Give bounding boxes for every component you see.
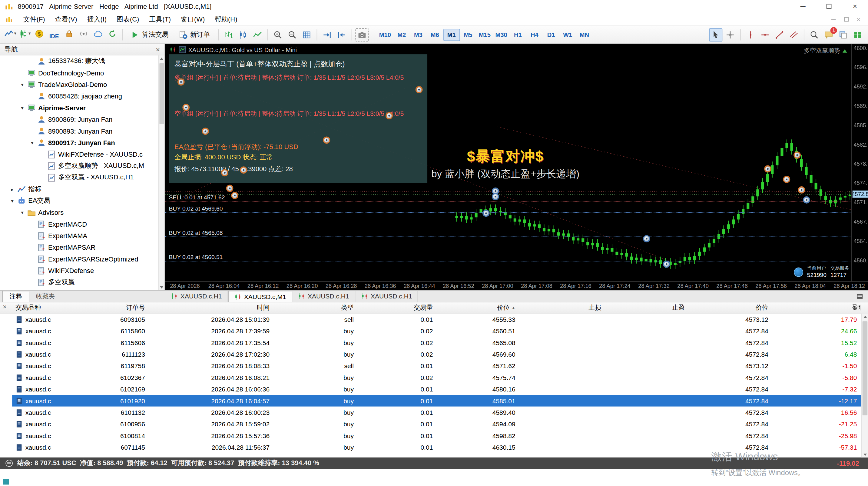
child-close-button[interactable]: ×: [857, 16, 861, 23]
column-header[interactable]: 类型: [273, 302, 357, 313]
menu-item[interactable]: 帮助(H): [210, 13, 242, 26]
scroll-down-icon[interactable]: [862, 452, 868, 457]
chevron-right-icon[interactable]: ▸: [11, 186, 17, 192]
position-row[interactable]: xauusd.c61023672026.04.28 16:08:21buy0.0…: [12, 371, 861, 383]
navigator-scrollbar[interactable]: [158, 56, 164, 290]
line-chart-icon[interactable]: [250, 28, 264, 41]
autoscroll-icon[interactable]: [320, 28, 334, 41]
column-header[interactable]: 交易品种: [12, 302, 83, 313]
column-header[interactable]: 盈利: [772, 302, 860, 313]
timeframe-W1[interactable]: W1: [559, 29, 576, 40]
chart-plot-area[interactable]: XAUUSD.c,M1: Gold vs US Dollar - Mini 多空…: [165, 43, 851, 281]
market-watch-icon[interactable]: [851, 28, 864, 41]
position-row[interactable]: xauusd.c61197582026.04.28 18:08:33sell0.…: [12, 360, 861, 371]
nav-item[interactable]: ▾Advisors: [0, 207, 158, 218]
restore-button[interactable]: [816, 0, 842, 13]
cloud-icon[interactable]: [91, 27, 104, 40]
chevron-down-icon[interactable]: ▾: [21, 105, 27, 110]
timeframe-MN[interactable]: MN: [576, 29, 593, 40]
scroll-up-icon[interactable]: [159, 56, 164, 61]
algo-trading-button[interactable]: 算法交易: [125, 27, 174, 42]
scroll-thumb[interactable]: [863, 321, 867, 416]
nav-item[interactable]: ▾EA交易: [0, 195, 158, 206]
timeframe-M15[interactable]: M15: [476, 29, 493, 40]
position-row[interactable]: xauusd.c61156062026.04.28 17:35:54buy0.0…: [12, 337, 861, 348]
nav-tab[interactable]: 注释: [2, 291, 29, 302]
menu-item[interactable]: 插入(I): [82, 13, 112, 26]
scroll-thumb[interactable]: [159, 63, 164, 124]
position-row[interactable]: xauusd.c60711452026.04.28 11:56:37buy0.0…: [12, 442, 861, 453]
menu-item[interactable]: 窗口(W): [176, 13, 210, 26]
timeframe-H1[interactable]: H1: [510, 29, 526, 40]
nav-item[interactable]: ExpertMAPSARSizeOptimized: [0, 253, 158, 265]
zoom-in-icon[interactable]: [271, 28, 284, 41]
crosshair-tool-icon[interactable]: [723, 28, 737, 41]
nav-item[interactable]: WikiFXDefense: [0, 265, 158, 276]
nav-item[interactable]: ▾8900917: Junyan Fan: [0, 136, 158, 148]
column-header[interactable]: 时间: [148, 302, 273, 313]
chart-tab[interactable]: XAUUSD.c,H1: [165, 291, 228, 302]
chevron-down-icon[interactable]: ▾: [11, 198, 17, 203]
nav-item[interactable]: ▾Aiprime-Server: [0, 102, 158, 113]
chat-icon[interactable]: 1: [822, 28, 835, 41]
chevron-down-icon[interactable]: ▾: [21, 210, 27, 215]
timeframe-M10[interactable]: M10: [377, 29, 394, 40]
navigator-close-icon[interactable]: ×: [156, 45, 160, 53]
nav-item[interactable]: ▾TradeMaxGlobal-Demo: [0, 79, 158, 90]
bars-icon[interactable]: [222, 28, 235, 41]
timeframe-H4[interactable]: H4: [526, 29, 543, 40]
hline-tool-icon[interactable]: [758, 28, 772, 41]
timeframe-M2[interactable]: M2: [394, 29, 410, 40]
position-row[interactable]: xauusd.c61021692026.04.28 16:06:36buy0.0…: [12, 383, 861, 395]
grid-icon[interactable]: [300, 28, 313, 41]
nav-item[interactable]: ExpertMAMA: [0, 230, 158, 242]
chevron-down-icon[interactable]: ▾: [31, 140, 37, 146]
broadcast-icon[interactable]: [76, 27, 90, 40]
child-minimize-button[interactable]: ─: [831, 16, 836, 23]
nav-item[interactable]: 60085428: jiaojiao zheng: [0, 90, 158, 102]
position-row[interactable]: xauusd.c61009562026.04.28 15:59:02buy0.0…: [12, 418, 861, 430]
nav-item[interactable]: WikiFXDefense - XAUUSD.c: [0, 149, 158, 160]
menu-item[interactable]: 图表(C): [112, 13, 144, 26]
quotes-icon[interactable]: $: [33, 27, 46, 40]
timeframe-M3[interactable]: M3: [410, 29, 427, 40]
cursor-tool-icon[interactable]: [709, 28, 722, 41]
chart-tab[interactable]: XAUUSD.c,H1: [292, 291, 355, 302]
timeframe-M5[interactable]: M5: [460, 29, 476, 40]
chevron-down-icon[interactable]: ▾: [21, 82, 27, 87]
nav-item[interactable]: ▸指标: [0, 183, 158, 195]
close-button[interactable]: ×: [842, 0, 868, 13]
column-header[interactable]: 订单号: [83, 302, 148, 313]
position-row[interactable]: xauusd.c61158602026.04.28 17:39:59buy0.0…: [12, 325, 861, 337]
window-list-icon[interactable]: [856, 291, 864, 302]
menu-item[interactable]: 文件(F): [18, 13, 50, 26]
timeframe-M6[interactable]: M6: [427, 29, 443, 40]
toolbox-close-icon[interactable]: ×: [3, 303, 7, 311]
bar-style-icon[interactable]: ▾: [18, 27, 31, 40]
timeframe-D1[interactable]: D1: [543, 29, 559, 40]
zoom-out-icon[interactable]: [285, 28, 299, 41]
timeframe-M30[interactable]: M30: [493, 29, 510, 40]
scroll-down-icon[interactable]: [159, 284, 164, 290]
nav-item[interactable]: DooTechnology-Demo: [0, 67, 158, 79]
channel-tool-icon[interactable]: [787, 28, 801, 41]
nav-item[interactable]: ExpertMACD: [0, 218, 158, 230]
candles-icon[interactable]: [236, 28, 250, 41]
position-row[interactable]: xauusd.c61011322026.04.28 16:00:23buy0.0…: [12, 406, 861, 418]
camera-icon[interactable]: [355, 28, 369, 41]
new-order-button[interactable]: 新订单: [174, 27, 215, 42]
scroll-up-icon[interactable]: [862, 313, 868, 320]
column-header[interactable]: 价位: [688, 302, 772, 313]
trendline-tool-icon[interactable]: [773, 28, 786, 41]
time-axis[interactable]: 28 Apr 202628 Apr 16:0428 Apr 16:1228 Ap…: [165, 281, 868, 290]
price-axis[interactable]: 4572.8 4600.14596.54592.94589.34585.7458…: [851, 43, 868, 281]
nav-item[interactable]: 多空双赢 - XAUUSD.c,H1: [0, 172, 158, 183]
child-restore-button[interactable]: [844, 17, 848, 22]
chart-shift-icon[interactable]: [335, 28, 348, 41]
nav-item[interactable]: 8900869: Junyan Fan: [0, 114, 158, 125]
menu-item[interactable]: 查看(V): [50, 13, 82, 26]
lock-icon[interactable]: [62, 27, 76, 40]
nav-item[interactable]: 多空双赢顺势 - XAUUSD.c,M: [0, 160, 158, 172]
nav-item[interactable]: 8900893: Junyan Fan: [0, 125, 158, 136]
timeframe-M1[interactable]: M1: [443, 29, 460, 40]
